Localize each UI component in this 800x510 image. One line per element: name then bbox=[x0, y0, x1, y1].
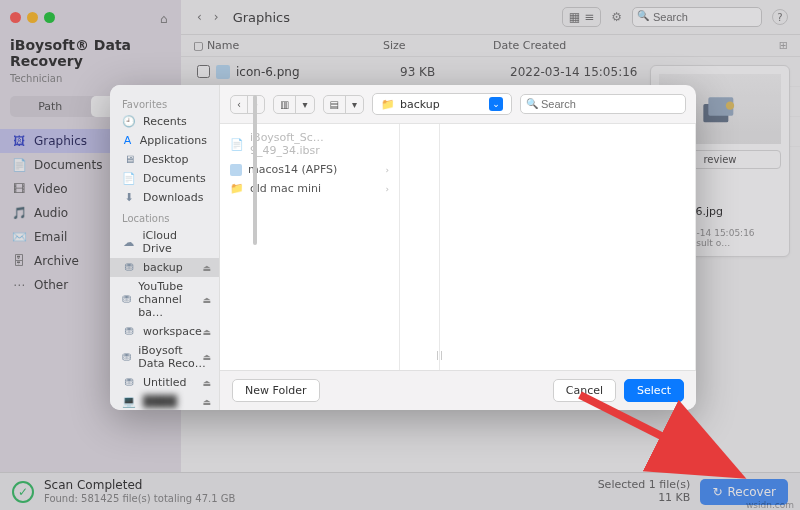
location-icon: ⛃ bbox=[122, 261, 136, 274]
location-item[interactable]: ⛃iBoysoft Data Reco…⏏ bbox=[110, 341, 219, 373]
location-item[interactable]: ⛃Untitled⏏ bbox=[110, 373, 219, 392]
folder-icon: 📁 bbox=[381, 98, 395, 111]
disk-icon bbox=[230, 164, 242, 176]
favorite-label: Applications bbox=[140, 134, 207, 147]
location-icon: 💻 bbox=[122, 395, 136, 408]
favorite-label: Documents bbox=[143, 172, 206, 185]
sidebar-scrollbar[interactable] bbox=[253, 95, 257, 245]
favorite-icon: 📄 bbox=[122, 172, 136, 185]
column-item: 📄iBoysoft_Sc…9_49_34.ibsr bbox=[220, 128, 399, 160]
save-sheet: Favorites 🕘RecentsAApplications🖥Desktop📄… bbox=[110, 85, 696, 410]
column-item[interactable]: 📁old mac mini› bbox=[220, 179, 399, 198]
eject-icon[interactable]: ⏏ bbox=[203, 378, 212, 388]
location-item[interactable]: 💻████⏏ bbox=[110, 392, 219, 410]
location-label: backup bbox=[400, 98, 440, 111]
favorite-icon: A bbox=[122, 134, 133, 147]
favorite-item[interactable]: AApplications bbox=[110, 131, 219, 150]
chevron-right-icon: › bbox=[385, 184, 389, 194]
cancel-button[interactable]: Cancel bbox=[553, 379, 616, 402]
column-item-label: old mac mini bbox=[250, 182, 321, 195]
sheet-columns: 📄iBoysoft_Sc…9_49_34.ibsrmacos14 (APFS)›… bbox=[220, 124, 696, 370]
favorite-label: Downloads bbox=[143, 191, 203, 204]
location-item[interactable]: ⛃workspace⏏ bbox=[110, 322, 219, 341]
favorite-item[interactable]: ⬇︎Downloads bbox=[110, 188, 219, 207]
new-folder-button[interactable]: New Folder bbox=[232, 379, 319, 402]
location-label: YouTube channel ba… bbox=[138, 280, 207, 319]
location-label: iCloud Drive bbox=[142, 229, 207, 255]
column-item-label: macos14 (APFS) bbox=[248, 163, 337, 176]
location-icon: ⛃ bbox=[122, 351, 131, 364]
favorites-section-label: Favorites bbox=[110, 93, 219, 112]
location-item[interactable]: ⛃backup⏏ bbox=[110, 258, 219, 277]
dropdown-icon: ▾ bbox=[295, 96, 313, 113]
column-resize-handle[interactable]: || bbox=[436, 350, 444, 360]
column-item[interactable]: macos14 (APFS)› bbox=[220, 160, 399, 179]
location-label: backup bbox=[143, 261, 183, 274]
eject-icon[interactable]: ⏏ bbox=[203, 263, 212, 273]
location-icon: ⛃ bbox=[122, 325, 136, 338]
chevron-right-icon: › bbox=[385, 165, 389, 175]
favorite-label: Desktop bbox=[143, 153, 188, 166]
location-icon: ☁︎ bbox=[122, 236, 135, 249]
chevron-up-down-icon: ⌄ bbox=[489, 97, 503, 111]
favorite-icon: 🕘 bbox=[122, 115, 136, 128]
location-popup[interactable]: 📁 backup ⌄ bbox=[372, 93, 512, 115]
favorite-icon: ⬇︎ bbox=[122, 191, 136, 204]
sheet-sidebar: Favorites 🕘RecentsAApplications🖥Desktop📄… bbox=[110, 85, 220, 410]
sheet-nav: ‹ › bbox=[230, 95, 265, 114]
dropdown-icon: ▾ bbox=[345, 96, 363, 113]
sheet-view-seg[interactable]: ▥ ▾ bbox=[273, 95, 314, 114]
folder-icon: 📁 bbox=[230, 182, 244, 195]
file-icon: 📄 bbox=[230, 138, 244, 151]
location-icon: ⛃ bbox=[122, 376, 136, 389]
eject-icon[interactable]: ⏏ bbox=[203, 327, 212, 337]
eject-icon[interactable]: ⏏ bbox=[203, 352, 212, 362]
location-label: Untitled bbox=[143, 376, 187, 389]
location-item[interactable]: ☁︎iCloud Drive bbox=[110, 226, 219, 258]
sheet-main: ‹ › ▥ ▾ ▤ ▾ 📁 backup ⌄ 📄iBoysoft_Sc…9_49… bbox=[220, 85, 696, 410]
favorite-item[interactable]: 🖥Desktop bbox=[110, 150, 219, 169]
location-icon: ⛃ bbox=[122, 293, 131, 306]
locations-section-label: Locations bbox=[110, 207, 219, 226]
location-label: workspace bbox=[143, 325, 202, 338]
eject-icon[interactable]: ⏏ bbox=[203, 295, 212, 305]
watermark: wsidn.com bbox=[746, 500, 794, 510]
location-label: ████ bbox=[143, 395, 177, 408]
favorite-item[interactable]: 🕘Recents bbox=[110, 112, 219, 131]
select-button[interactable]: Select bbox=[624, 379, 684, 402]
location-item[interactable]: ⛃YouTube channel ba…⏏ bbox=[110, 277, 219, 322]
column-item-label: iBoysoft_Sc…9_49_34.ibsr bbox=[250, 131, 389, 157]
favorite-item[interactable]: 📄Documents bbox=[110, 169, 219, 188]
group-icon: ▤ bbox=[324, 96, 345, 113]
sheet-back-icon[interactable]: ‹ bbox=[231, 96, 247, 113]
columns-view-icon: ▥ bbox=[274, 96, 295, 113]
location-label: iBoysoft Data Reco… bbox=[138, 344, 207, 370]
sheet-group-seg[interactable]: ▤ ▾ bbox=[323, 95, 364, 114]
favorite-icon: 🖥 bbox=[122, 153, 136, 166]
sheet-search-input[interactable] bbox=[520, 94, 686, 114]
eject-icon[interactable]: ⏏ bbox=[203, 397, 212, 407]
favorite-label: Recents bbox=[143, 115, 187, 128]
